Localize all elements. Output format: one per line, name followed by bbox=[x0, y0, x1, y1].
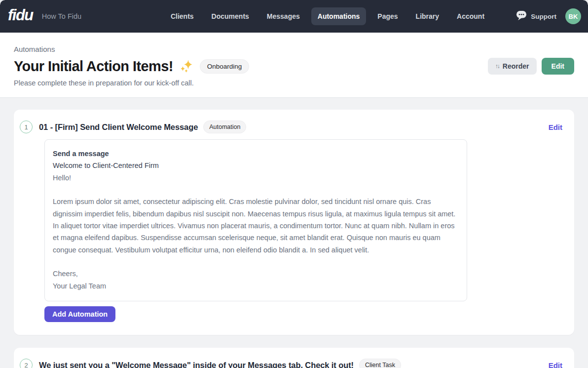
card-header: 1 01 - [Firm] Send Client Welcome Messag… bbox=[20, 121, 568, 133]
message-preview-box: Send a message Welcome to Client-Centere… bbox=[44, 139, 467, 301]
step-number-circle: 1 bbox=[20, 121, 33, 133]
message-subject: Welcome to Client-Centered Firm bbox=[53, 160, 459, 171]
reorder-button[interactable]: ↑↓ Reorder bbox=[488, 58, 537, 75]
card-edit-link[interactable]: Edit bbox=[549, 123, 562, 131]
page-title: Your Initial Action Items! bbox=[14, 58, 173, 75]
nav-item-clients[interactable]: Clients bbox=[164, 7, 200, 25]
onboarding-badge: Onboarding bbox=[200, 59, 250, 74]
action-item-card-1: 1 01 - [Firm] Send Client Welcome Messag… bbox=[14, 110, 574, 335]
card-header: 2 We just sent you a "Welcome Message" i… bbox=[20, 359, 568, 368]
nav-item-account[interactable]: Account bbox=[450, 7, 491, 25]
nav-menu: Clients Documents Messages Automations P… bbox=[164, 7, 491, 25]
page-subtitle: Please complete these in preparation for… bbox=[14, 79, 574, 87]
avatar[interactable]: BK bbox=[565, 8, 581, 24]
edit-page-button[interactable]: Edit bbox=[542, 58, 574, 75]
card-title: 01 - [Firm] Send Client Welcome Message bbox=[39, 123, 198, 132]
breadcrumb[interactable]: Automations bbox=[14, 45, 574, 53]
support-label: Support bbox=[531, 13, 556, 20]
page-header: Automations Your Initial Action Items! O… bbox=[0, 33, 588, 98]
nav-item-messages[interactable]: Messages bbox=[260, 7, 306, 25]
nav-item-library[interactable]: Library bbox=[409, 7, 445, 25]
nav-item-automations[interactable]: Automations bbox=[311, 7, 367, 25]
reorder-label: Reorder bbox=[503, 62, 529, 70]
top-navbar: fidu How To Fidu Clients Documents Messa… bbox=[0, 0, 588, 33]
card-title: We just sent you a "Welcome Message" ins… bbox=[39, 361, 354, 368]
add-automation-button[interactable]: Add Automation bbox=[44, 306, 115, 322]
message-heading: Send a message bbox=[53, 148, 459, 160]
support-button[interactable]: Support bbox=[516, 10, 556, 22]
message-greeting: Hello! bbox=[53, 172, 459, 184]
chat-bubble-icon bbox=[516, 10, 527, 22]
sparkles-icon bbox=[179, 59, 194, 73]
nav-left-group: fidu How To Fidu bbox=[5, 6, 148, 26]
automation-badge: Automation bbox=[203, 121, 246, 133]
message-signature: Your Legal Team bbox=[53, 280, 459, 292]
title-row: Your Initial Action Items! Onboarding ↑↓… bbox=[14, 58, 574, 75]
nav-right-group: Support BK bbox=[507, 8, 581, 24]
content-area: 1 01 - [Firm] Send Client Welcome Messag… bbox=[0, 98, 588, 368]
nav-item-documents[interactable]: Documents bbox=[205, 7, 256, 25]
nav-item-pages[interactable]: Pages bbox=[371, 7, 404, 25]
message-body: Lorem ipsum dolor sit amet, consectetur … bbox=[53, 196, 459, 256]
card-edit-link[interactable]: Edit bbox=[549, 361, 562, 368]
step-number-circle: 2 bbox=[20, 359, 33, 368]
reorder-arrows-icon: ↑↓ bbox=[495, 63, 499, 70]
header-actions: ↑↓ Reorder Edit bbox=[488, 58, 574, 75]
fidu-logo[interactable]: fidu bbox=[5, 6, 35, 26]
nav-subtitle: How To Fidu bbox=[42, 12, 81, 20]
action-item-card-2: 2 We just sent you a "Welcome Message" i… bbox=[14, 348, 574, 368]
app-window: fidu How To Fidu Clients Documents Messa… bbox=[0, 0, 588, 368]
client-task-badge: Client Task bbox=[359, 359, 401, 368]
message-closing: Cheers, bbox=[53, 268, 459, 280]
